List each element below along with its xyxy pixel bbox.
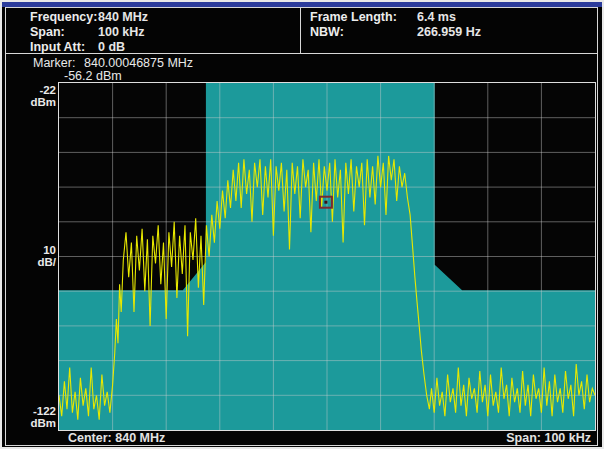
header-right-panel: Frame Length: 6.4 ms NBW: 266.959 Hz [310, 9, 481, 39]
frame-length-label: Frame Length: [310, 10, 417, 24]
nbw-value: 266.959 Hz [417, 25, 481, 39]
spectrum-plot-area [58, 82, 596, 431]
header-left-panel: Frequency: 840 MHz Span: 100 kHz Input A… [30, 9, 148, 54]
input-att-value: 0 dB [98, 40, 125, 54]
span-footer-label: Span: 100 kHz [506, 431, 591, 445]
y-axis-scale-per-div-label: 10 dB/ [4, 245, 56, 268]
center-frequency-footer-label: Center: 840 MHz [68, 431, 165, 445]
marker-frequency-value: 840.00046875 MHz [84, 56, 193, 70]
y-axis-bottom-level-label: -122 dBm [4, 406, 56, 429]
span-value: 100 kHz [98, 25, 145, 39]
input-att-label: Input Att: [30, 40, 98, 54]
y-axis-reference-level-label: -22 dBm [4, 85, 56, 108]
input-att-row: Input Att: 0 dB [30, 39, 148, 54]
spectrum-analyzer-screen: Frequency: 840 MHz Span: 100 kHz Input A… [0, 0, 604, 449]
marker-readout-label: Marker: [33, 56, 75, 70]
frequency-label: Frequency: [30, 10, 98, 24]
marker-center-dot [324, 201, 327, 204]
span-label: Span: [30, 25, 98, 39]
nbw-row: NBW: 266.959 Hz [310, 24, 481, 39]
top-accent-bar [2, 2, 602, 7]
frequency-row: Frequency: 840 MHz [30, 9, 148, 24]
frame-length-row: Frame Length: 6.4 ms [310, 9, 481, 24]
frequency-value: 840 MHz [98, 10, 148, 24]
spectrum-plot-svg [59, 83, 595, 430]
span-row: Span: 100 kHz [30, 24, 148, 39]
nbw-label: NBW: [310, 25, 417, 39]
marker-amplitude-value: -56.2 dBm [64, 69, 122, 83]
frame-length-value: 6.4 ms [417, 10, 456, 24]
header-divider-line [300, 8, 301, 53]
